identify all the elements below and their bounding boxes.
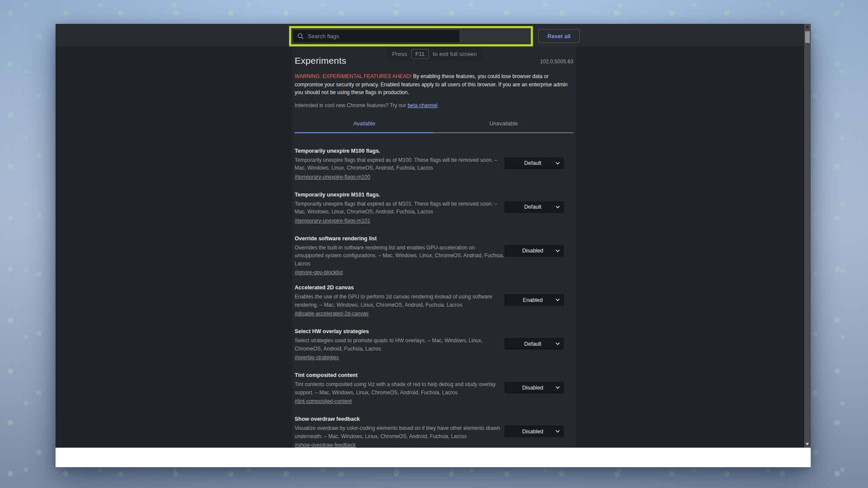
bottom-white-bar [56,448,811,467]
beta-channel-link[interactable]: beta channel [408,102,437,108]
flag-permalink[interactable]: #tint-composited-content [295,398,352,404]
flag-description: Select strategies used to promote quads … [295,337,504,353]
fullscreen-exit-toast: Press F11 to exit full screen [387,47,482,61]
annotation-filler [460,29,529,43]
flag-value-dropdown[interactable]: Disabled [504,382,564,393]
browser-window: Reset all Press F11 to exit full screen … [56,24,811,467]
flag-value-dropdown[interactable]: Disabled [504,426,564,437]
chevron-down-icon [556,298,560,301]
flags-page-content: Experiments 102.0.5005.63 WARNING: EXPER… [56,46,811,448]
flag-title: Temporarily unexpire M101 flags. [295,192,504,198]
f11-key-badge: F11 [411,49,429,59]
tab-unavailable[interactable]: Unavailable [434,117,573,133]
scrollbar-thumb[interactable] [805,31,810,43]
flag-title: Show overdraw feedback [295,416,504,422]
flag-row: Temporarily unexpire M101 flags. Tempora… [295,192,573,227]
search-highlight-annotation [289,26,533,46]
flag-permalink[interactable]: #disable-accelerated-2d-canvas [295,311,368,317]
warning-blurb: WARNING: EXPERIMENTAL FEATURES AHEAD! By… [295,72,577,97]
chevron-down-icon [556,206,560,209]
chevron-down-icon [556,249,560,252]
flag-row: Tint composited content Tint contents co… [295,372,573,407]
flag-text: Temporarily unexpire M101 flags. Tempora… [295,192,504,227]
search-input[interactable] [308,33,455,39]
search-icon [297,33,304,39]
flag-text: Select HW overlay strategies Select stra… [295,328,504,364]
flag-permalink[interactable]: #ignore-gpu-blocklist [295,269,343,275]
flag-value: Disabled [504,385,564,391]
flag-row: Override software rendering list Overrid… [295,236,573,276]
search-field[interactable] [293,29,460,43]
reset-all-button[interactable]: Reset all [538,29,580,43]
flag-description: Temporarily unexpire flags that expired … [295,156,504,172]
flag-description: Visualize overdraw by color-coding eleme… [295,424,504,440]
flag-value: Disabled [504,429,564,435]
chevron-down-icon [556,162,560,165]
toast-suffix-text: to exit full screen [433,51,477,57]
flag-title: Tint composited content [295,372,504,378]
flags-toolbar: Reset all [56,24,811,46]
tab-bar: Available Unavailable [295,117,573,133]
flag-value: Disabled [504,248,564,254]
flag-text: Temporarily unexpire M100 flags. Tempora… [295,148,504,183]
flag-description: Temporarily unexpire flags that expired … [295,200,504,216]
flag-row: Accelerated 2D canvas Enables the use of… [295,285,573,320]
flag-text: Tint composited content Tint contents co… [295,372,504,407]
chevron-down-icon [556,430,560,433]
flag-value-dropdown[interactable]: Disabled [504,245,564,257]
flag-value: Default [504,204,564,210]
flag-value-dropdown[interactable]: Default [504,338,564,350]
flag-description: Tint contents composited using Viz with … [295,380,504,396]
flag-title: Accelerated 2D canvas [295,285,504,291]
flag-value: Default [504,341,564,347]
flag-title: Select HW overlay strategies [295,328,504,334]
flag-value-dropdown[interactable]: Default [504,201,564,213]
flag-value: Default [504,160,564,166]
desktop-wallpaper: Reset all Press F11 to exit full screen … [0,0,868,488]
scrollbar-up-arrow-icon[interactable] [806,26,809,28]
flag-description: Enables the use of the GPU to perform 2d… [295,293,504,309]
promo-suffix: . [437,102,439,108]
flag-row: Show overdraw feedback Visualize overdra… [295,416,573,448]
flags-content-column: Experiments 102.0.5005.63 WARNING: EXPER… [292,46,576,448]
flag-permalink[interactable]: #temporary-unexpire-flags-m100 [295,174,370,180]
page-title: Experiments [295,56,346,66]
flag-permalink[interactable]: #show-overdraw-feedback [295,442,356,448]
browser-version: 102.0.5005.63 [540,59,573,66]
vertical-scrollbar[interactable] [804,24,811,448]
flag-list: Temporarily unexpire M100 flags. Tempora… [295,133,573,448]
flag-row: Select HW overlay strategies Select stra… [295,328,573,364]
scrollbar-down-arrow-icon[interactable] [806,443,809,445]
flag-text: Show overdraw feedback Visualize overdra… [295,416,504,448]
flag-text: Override software rendering list Overrid… [295,236,504,276]
promo-prefix: Interested in cool new Chrome features? … [295,102,408,108]
flag-description: Overrides the built-in software renderin… [295,244,504,268]
flag-value-dropdown[interactable]: Default [504,157,564,169]
flag-value: Enabled [504,297,564,303]
flag-text: Accelerated 2D canvas Enables the use of… [295,285,504,320]
flag-value-dropdown[interactable]: Enabled [504,294,564,306]
flag-title: Override software rendering list [295,236,504,242]
flag-row: Temporarily unexpire M100 flags. Tempora… [295,148,573,183]
beta-promo: Interested in cool new Chrome features? … [295,102,573,108]
warning-label: WARNING: EXPERIMENTAL FEATURES AHEAD! [295,73,411,79]
flag-permalink[interactable]: #temporary-unexpire-flags-m101 [295,218,370,224]
chevron-down-icon [556,342,560,345]
chevron-down-icon [556,386,560,389]
flag-permalink[interactable]: #overlay-strategies [295,354,339,360]
tab-available[interactable]: Available [295,117,434,133]
toast-press-text: Press [392,51,407,57]
flag-title: Temporarily unexpire M100 flags. [295,148,504,154]
